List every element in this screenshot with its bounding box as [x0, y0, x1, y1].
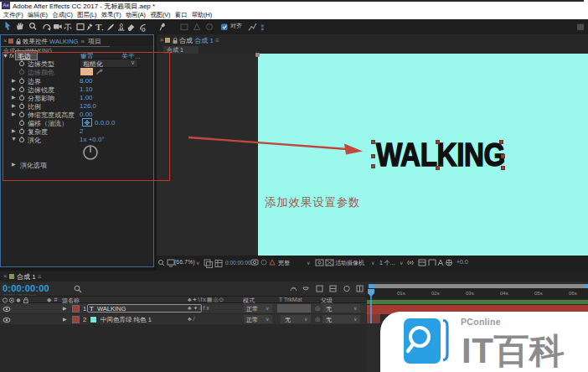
svg-text:T: T	[95, 22, 102, 32]
